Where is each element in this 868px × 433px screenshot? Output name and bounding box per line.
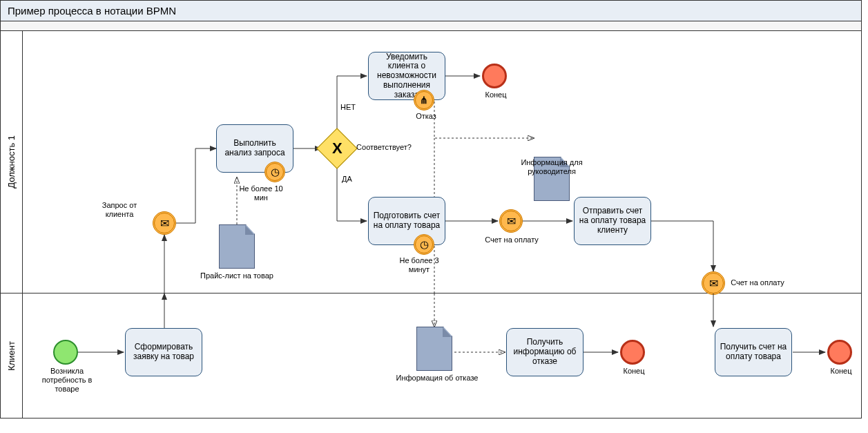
end-event-icon-3: [827, 340, 852, 365]
request-client-label: Запрос от клиента: [92, 201, 147, 219]
timer-prepare-label: Не более 3 минут: [393, 256, 445, 274]
compensate-icon: ⋔: [414, 90, 434, 110]
manager-info-label: Информация для руководителя: [513, 158, 590, 176]
lane1-body: Запрос от клиента ✉ Выполнить анализ зап…: [23, 31, 861, 293]
task-prepare-invoice: Подготовить счет на оплату товара: [368, 197, 445, 245]
gateway-question: Соответствует?: [353, 143, 415, 152]
start-label: Возникла потребность в товаре: [37, 367, 97, 394]
timer-icon: ◷: [264, 162, 285, 182]
lane2-label: Клиент: [1, 294, 23, 418]
message-invoice-down-icon: ✉: [702, 271, 725, 295]
lane2-body: Возникла потребность в товаре Сформирова…: [23, 294, 861, 418]
pool-title: Пример процесса в нотации BPMN: [1, 1, 861, 21]
task-receive-invoice: Получить счет на оплату товара: [715, 328, 792, 376]
refusal-label: Отказ: [409, 112, 443, 121]
data-refusal-info-icon: [416, 327, 452, 371]
message-event-icon: ✉: [153, 211, 176, 235]
pool-subheader: [1, 21, 861, 31]
lane-position-1: Должность 1: [1, 31, 861, 294]
data-price-list-icon: [219, 224, 255, 269]
invoice-down-label: Счет на оплату: [724, 278, 791, 287]
task-notify-impossible: Уведомить клиента о невозможности выполн…: [368, 52, 445, 100]
task-send-invoice: Отправить счет на оплату товара клиенту: [574, 197, 651, 245]
gateway-no: НЕТ: [340, 103, 356, 112]
timer-analyze-label: Не более 10 мин: [237, 184, 285, 202]
gateway-yes: ДА: [342, 175, 352, 184]
timer-icon-2: ◷: [414, 234, 434, 255]
gateway-exclusive-icon: X: [316, 128, 357, 169]
end-event-icon-2: [620, 340, 645, 365]
invoice-label-1: Счет на оплату: [479, 235, 545, 244]
end-label-1: Конец: [482, 90, 510, 99]
end-label-2: Конец: [620, 367, 648, 376]
task-receive-refusal: Получить информацию об отказе: [506, 328, 584, 376]
price-list-label: Прайс-лист на товар: [198, 271, 276, 280]
end-event-icon: [482, 64, 507, 88]
end-label-3: Конец: [827, 367, 855, 376]
message-invoice-icon: ✉: [499, 209, 523, 233]
start-event-icon: [53, 340, 78, 365]
refusal-info-label: Информация об отказе: [394, 374, 480, 383]
task-form-request: Сформировать заявку на товар: [125, 328, 202, 376]
bpmn-pool: Пример процесса в нотации BPMN Должность…: [0, 0, 862, 418]
lane1-label: Должность 1: [1, 31, 23, 293]
lane-client: Клиент Возникла потребность в товаре Сф: [1, 294, 861, 418]
